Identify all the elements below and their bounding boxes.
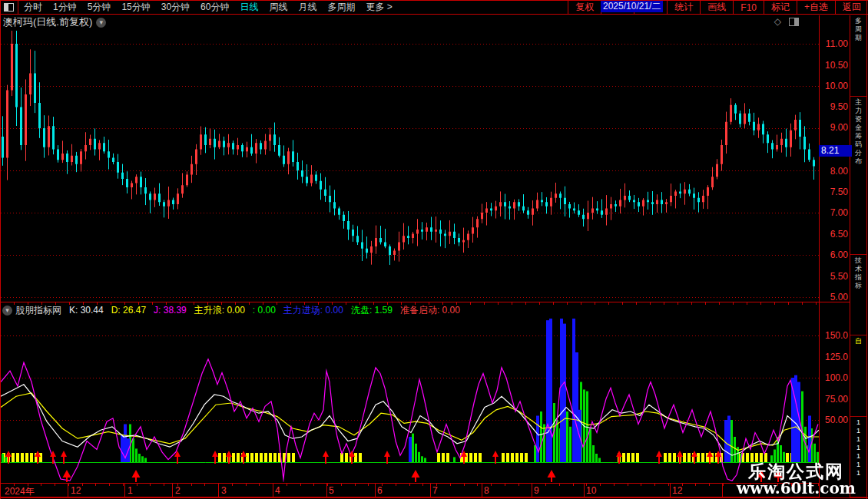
chevron-down-icon[interactable]: ▾ xyxy=(96,18,106,28)
price-tick-label: 7.50 xyxy=(820,187,848,197)
time-axis-label: 4 xyxy=(275,485,280,496)
tool-button-画线[interactable]: 画线 xyxy=(700,1,733,14)
price-tick-label: 10.00 xyxy=(820,81,848,91)
time-axis-label: 1 xyxy=(128,485,133,496)
watermark: 乐淘公式网 www.60lt.com xyxy=(737,462,856,497)
price-badge: 8.21 xyxy=(819,145,852,157)
time-axis-label: 8 xyxy=(484,485,489,496)
chevron-down-icon[interactable]: ▾ xyxy=(2,306,12,316)
indicator-tick-label: 125.0 xyxy=(820,352,848,362)
period-tab-分时[interactable]: 分时 xyxy=(18,1,48,14)
indicator-header: ▾ 股朋指标网 K: 30.44D: 26.47J: 38.39主升浪: 0.0… xyxy=(2,304,465,316)
price-tick-label: 7.00 xyxy=(820,207,848,218)
tool-button-标记[interactable]: 标记 xyxy=(764,1,797,14)
right-sidebar-strip[interactable]: 多周期主力资金筹码分布技术指标自1111111 xyxy=(850,15,866,497)
indicator-value: : 0.00 xyxy=(253,305,276,316)
period-tab-30分钟[interactable]: 30分钟 xyxy=(156,1,195,14)
time-axis-label: 5 xyxy=(329,485,334,496)
period-tab-1分钟[interactable]: 1分钟 xyxy=(48,1,82,14)
tool-button-复权[interactable]: 复权 xyxy=(568,1,601,14)
time-axis-label: 7 xyxy=(432,485,438,496)
tool-button-统计[interactable]: 统计 xyxy=(667,1,700,14)
watermark-url: www.60lt.com xyxy=(737,481,856,497)
indicator-value: 洗盘: 1.59 xyxy=(351,304,393,317)
candlestick-chart[interactable] xyxy=(1,31,819,302)
time-axis-label: 10 xyxy=(586,485,596,496)
indicator-tick-label: 100.0 xyxy=(820,372,848,383)
top-toolbar: 分时1分钟5分钟15分钟30分钟60分钟日线周线月线多周期更多 > 复权叠加多股… xyxy=(0,0,868,15)
time-axis-label: 2024年 xyxy=(5,485,35,498)
indicator-value: 主力进场: 0.00 xyxy=(283,304,343,317)
trading-app-window: 分时1分钟5分钟15分钟30分钟60分钟日线周线月线多周期更多 > 复权叠加多股… xyxy=(0,0,868,499)
price-tick-label: 6.50 xyxy=(820,229,848,240)
price-tick-label: 10.50 xyxy=(820,60,848,71)
diamond-icon[interactable]: ◇ xyxy=(774,16,781,27)
strip-section[interactable]: 多周期 xyxy=(850,15,866,97)
period-tab-60分钟[interactable]: 60分钟 xyxy=(195,1,234,14)
period-tab-更多 >[interactable]: 更多 > xyxy=(360,1,397,14)
time-axis-label: 2 xyxy=(175,485,181,496)
tool-button-返回[interactable]: 返回 xyxy=(835,1,868,14)
time-axis-label: 3 xyxy=(221,485,227,496)
indicator-tick-label: 50.00 xyxy=(820,415,848,425)
stock-title: 澳柯玛(日线.前复权) xyxy=(3,15,92,29)
period-tab-15分钟[interactable]: 15分钟 xyxy=(116,1,155,14)
time-axis-label: 6 xyxy=(377,485,383,496)
time-axis[interactable]: 2024年121234567891012 xyxy=(0,483,819,497)
time-axis-label: 9 xyxy=(534,485,539,496)
indicator-name: 股朋指标网 xyxy=(15,304,61,317)
price-tick-label: 11.00 xyxy=(820,38,848,49)
price-tick-label: 5.50 xyxy=(820,271,848,282)
price-tick-label: 6.00 xyxy=(820,250,848,260)
kdj-indicator-chart[interactable] xyxy=(1,319,819,482)
time-axis-label: 12 xyxy=(672,485,682,496)
time-axis-label: 12 xyxy=(71,485,81,496)
watermark-site-name: 乐淘公式网 xyxy=(737,462,856,481)
indicator-tick-label: 150.0 xyxy=(820,330,848,341)
period-tab-多周期[interactable]: 多周期 xyxy=(322,1,360,14)
indicator-tick-label: 75.00 xyxy=(820,394,848,405)
date-badge: 2025/10/21/二 xyxy=(601,1,663,12)
indicator-value: 主升浪: 0.00 xyxy=(194,304,245,317)
price-tick-label: 8.00 xyxy=(820,166,848,177)
strip-section[interactable]: 主力资金筹码分布 xyxy=(850,97,866,255)
window-split-icon[interactable] xyxy=(0,1,18,14)
tool-button-+自选[interactable]: +自选 xyxy=(797,1,835,14)
chart-title-row: 澳柯玛(日线.前复权) ▾ xyxy=(3,16,106,28)
price-tick-label: 5.00 xyxy=(820,292,848,302)
pane-layout-icon[interactable] xyxy=(789,18,799,26)
price-tick-label: 9.50 xyxy=(820,101,848,112)
indicator-value: J: 38.39 xyxy=(154,305,187,316)
price-tick-label: 9.00 xyxy=(820,122,848,133)
indicator-value: D: 26.47 xyxy=(111,305,146,316)
strip-section[interactable]: 自 xyxy=(850,335,866,417)
period-tab-日线[interactable]: 日线 xyxy=(234,1,263,14)
tool-button-F10[interactable]: F10 xyxy=(733,1,764,14)
period-tabs: 分时1分钟5分钟15分钟30分钟60分钟日线周线月线多周期更多 > xyxy=(18,1,398,14)
strip-section[interactable]: 技术指标 xyxy=(850,255,866,336)
indicator-value: 准备启动: 0.00 xyxy=(400,304,460,317)
period-tab-5分钟[interactable]: 5分钟 xyxy=(82,1,117,14)
period-tab-月线[interactable]: 月线 xyxy=(293,1,322,14)
indicator-value: K: 30.44 xyxy=(69,305,104,316)
period-tab-周线[interactable]: 周线 xyxy=(263,1,293,14)
